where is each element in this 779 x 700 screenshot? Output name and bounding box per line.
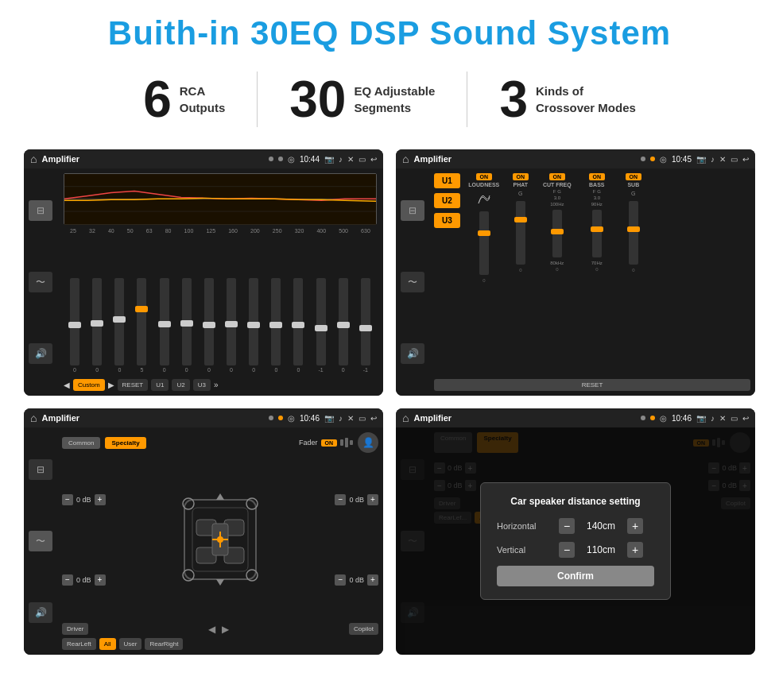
u2-btn[interactable]: U2 (172, 379, 189, 391)
u3-btn[interactable]: U3 (193, 379, 211, 391)
fader-on-badge: ON (321, 439, 338, 447)
cutfreq-hz1: 100Hz (550, 202, 564, 207)
all-btn[interactable]: All (99, 638, 116, 650)
u1-channel-btn[interactable]: U1 (434, 173, 460, 188)
eq-thumb-12[interactable] (337, 322, 350, 328)
reset-btn[interactable]: RESET (118, 379, 149, 391)
amp-eq-btn[interactable]: ⊟ (401, 200, 424, 221)
eq-slider-2: 0 (114, 278, 124, 373)
vertical-plus-btn[interactable]: + (627, 542, 643, 558)
loudness-curves (477, 191, 491, 207)
driver-btn[interactable]: Driver (62, 623, 88, 635)
rearright-btn[interactable]: RearRight (145, 638, 183, 650)
eq-thumb-3[interactable] (135, 306, 148, 312)
fr-plus-btn[interactable]: + (367, 494, 378, 505)
eq-thumb-4[interactable] (158, 321, 171, 327)
copilot-btn[interactable]: Copilot (349, 623, 378, 635)
u3-channel-btn[interactable]: U3 (434, 213, 460, 228)
screen2-title: Amplifier (413, 154, 636, 164)
phat-slider[interactable] (516, 201, 525, 265)
eq-track-0[interactable] (70, 278, 79, 365)
feature-desc-crossover: Kinds of Crossover Modes (536, 83, 636, 116)
settings-round-btn[interactable]: 👤 (358, 432, 378, 453)
fl-minus-btn[interactable]: − (62, 494, 73, 505)
location-icon-4: ◎ (660, 414, 667, 423)
home-icon-2: ⌂ (402, 153, 409, 165)
eq-thumb-9[interactable] (269, 322, 282, 328)
loudness-thumb[interactable] (478, 230, 490, 236)
play-next-btn[interactable]: ▶ (108, 381, 114, 389)
eq-thumb-1[interactable] (91, 320, 103, 327)
amp-reset-btn[interactable]: RESET (434, 379, 750, 391)
play-prev-btn[interactable]: ◀ (64, 381, 70, 389)
cutfreq-fg-labels: F G (553, 189, 561, 194)
eq-thumb-2[interactable] (113, 316, 126, 323)
loudness-curve-svg (477, 191, 491, 207)
phat-thumb[interactable] (514, 217, 527, 222)
screen2-content: ⊟ 〜 🔊 U1 U2 U3 (396, 168, 755, 396)
screen-eq: ⌂ Amplifier ◎ 10:44 📷 ♪ ✕ ▭ ↩ ⊟ (24, 149, 383, 396)
eq-btn[interactable]: ⊟ (29, 200, 52, 221)
eq-slider-3: 5 (137, 278, 146, 373)
horizontal-plus-btn[interactable]: + (627, 518, 643, 534)
eq-thumb-13[interactable] (359, 325, 372, 331)
eq-bottom-bar: ◀ Custom ▶ RESET U1 U2 U3 » (64, 379, 377, 391)
rr-minus-btn[interactable]: − (335, 574, 346, 586)
horizontal-label: Horizontal (497, 521, 552, 531)
camera-icon-4: 📷 (696, 414, 706, 423)
spk-wave-btn[interactable]: 〜 (29, 531, 52, 551)
feature-rca: 6 RCA Outputs (111, 74, 257, 125)
rl-minus-btn[interactable]: − (62, 574, 73, 586)
left-spk-controls: − 0 dB + − 0 dB + (62, 459, 106, 620)
vertical-minus-btn[interactable]: − (559, 542, 575, 558)
volume-btn[interactable]: 🔊 (29, 343, 52, 364)
spk-eq-btn[interactable]: ⊟ (29, 459, 52, 480)
specialty-btn[interactable]: Specialty (105, 437, 145, 449)
confirm-button[interactable]: Confirm (497, 566, 654, 586)
screen-fader: ⌂ Amplifier ◎ 10:46 📷 ♪ ✕ ▭ ↩ ⊟ 〜 (24, 408, 383, 655)
screens-grid: ⌂ Amplifier ◎ 10:44 📷 ♪ ✕ ▭ ↩ ⊟ (24, 149, 755, 655)
eq-thumb-6[interactable] (203, 322, 215, 328)
loudness-slider[interactable] (479, 211, 489, 275)
horizontal-minus-btn[interactable]: − (559, 518, 575, 534)
x-icon-1: ✕ (347, 155, 354, 164)
rect-icon-3: ▭ (358, 414, 366, 423)
u2-channel-btn[interactable]: U2 (434, 193, 460, 208)
common-btn[interactable]: Common (62, 437, 100, 449)
eq-thumb-11[interactable] (315, 325, 327, 331)
feature-desc-eq: EQ Adjustable Segments (354, 83, 435, 116)
cutfreq-thumb[interactable] (551, 229, 564, 234)
eq-thumb-8[interactable] (247, 322, 260, 328)
eq-thumb-0[interactable] (68, 322, 81, 328)
fr-minus-btn[interactable]: − (335, 494, 346, 505)
phat-channel: ON PHAT G 0 (506, 173, 535, 283)
fl-plus-btn[interactable]: + (95, 494, 106, 505)
sub-slider[interactable] (629, 201, 638, 265)
rr-plus-btn[interactable]: + (367, 574, 378, 586)
left-arrow-icon: ◀ (208, 624, 215, 635)
rearleft-btn[interactable]: RearLeft (62, 638, 96, 650)
wave-btn[interactable]: 〜 (29, 272, 52, 292)
person-icon: 👤 (362, 437, 374, 448)
rect-icon-1: ▭ (358, 155, 366, 164)
main-title: Buith-in 30EQ DSP Sound System (24, 14, 755, 52)
cutfreq-slider[interactable] (552, 210, 562, 257)
spk-vol-btn[interactable]: 🔊 (29, 602, 52, 623)
eq-slider-10: 0 (293, 278, 303, 373)
eq-slider-1: 0 (92, 278, 102, 373)
u1-btn[interactable]: U1 (151, 379, 169, 391)
feature-number-rca: 6 (143, 74, 172, 125)
car-diagram (165, 459, 276, 620)
bass-thumb[interactable] (591, 226, 603, 232)
amp-wave-btn[interactable]: 〜 (401, 272, 424, 292)
sub-thumb[interactable] (627, 226, 640, 232)
bass-slider[interactable] (592, 210, 602, 257)
eq-thumb-10[interactable] (292, 322, 304, 328)
user-btn[interactable]: User (119, 638, 142, 650)
eq-thumb-5[interactable] (180, 320, 193, 327)
custom-preset-btn[interactable]: Custom (73, 379, 105, 391)
amp-vol-btn[interactable]: 🔊 (401, 343, 424, 364)
rl-plus-btn[interactable]: + (95, 574, 106, 586)
eq-thumb-7[interactable] (225, 321, 238, 327)
eq-graph-svg (64, 174, 376, 225)
